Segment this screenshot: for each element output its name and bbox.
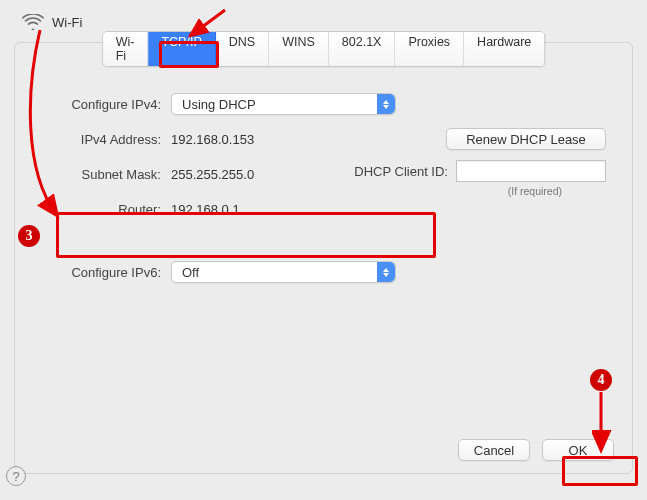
tab-8021x[interactable]: 802.1X xyxy=(329,32,396,66)
select-configure-ipv4-value: Using DHCP xyxy=(182,97,256,112)
label-subnet-mask: Subnet Mask: xyxy=(41,167,161,182)
wifi-icon xyxy=(22,14,44,30)
row-configure-ipv6: Configure IPv6: Off xyxy=(41,261,606,283)
select-configure-ipv4[interactable]: Using DHCP xyxy=(171,93,396,115)
renew-dhcp-button[interactable]: Renew DHCP Lease xyxy=(446,128,606,150)
row-dhcp-client-id: DHCP Client ID: xyxy=(354,160,606,182)
select-configure-ipv6-value: Off xyxy=(182,265,199,280)
tcpip-content: Configure IPv4: Using DHCP IPv4 Address:… xyxy=(15,65,632,306)
row-configure-ipv4: Configure IPv4: Using DHCP xyxy=(41,93,606,115)
label-router: Router: xyxy=(41,202,161,217)
tab-bar: Wi-Fi TCP/IP DNS WINS 802.1X Proxies Har… xyxy=(102,31,546,67)
cancel-button[interactable]: Cancel xyxy=(458,439,530,461)
tab-wifi[interactable]: Wi-Fi xyxy=(103,32,149,66)
select-configure-ipv6[interactable]: Off xyxy=(171,261,396,283)
tab-proxies[interactable]: Proxies xyxy=(395,32,464,66)
value-ipv4-address: 192.168.0.153 xyxy=(171,132,254,147)
if-required-hint: (If required) xyxy=(508,185,562,197)
tab-tcpip[interactable]: TCP/IP xyxy=(148,32,215,66)
window-title: Wi-Fi xyxy=(52,15,82,30)
input-dhcp-client-id[interactable] xyxy=(456,160,606,182)
label-configure-ipv6: Configure IPv6: xyxy=(41,265,161,280)
row-router: Router: 192.168.0.1 xyxy=(41,198,606,220)
dhcp-side: Renew DHCP Lease xyxy=(431,128,606,150)
tab-dns[interactable]: DNS xyxy=(216,32,269,66)
label-configure-ipv4: Configure IPv4: xyxy=(41,97,161,112)
value-router: 192.168.0.1 xyxy=(171,202,240,217)
tab-hardware[interactable]: Hardware xyxy=(464,32,544,66)
help-icon: ? xyxy=(12,469,19,484)
network-advanced-window: Wi-Fi Wi-Fi TCP/IP DNS WINS 802.1X Proxi… xyxy=(0,0,647,500)
label-dhcp-client-id: DHCP Client ID: xyxy=(354,164,448,179)
tab-wins[interactable]: WINS xyxy=(269,32,329,66)
help-button[interactable]: ? xyxy=(6,466,26,486)
updown-icon xyxy=(377,262,395,282)
updown-icon xyxy=(377,94,395,114)
ok-button[interactable]: OK xyxy=(542,439,614,461)
value-subnet-mask: 255.255.255.0 xyxy=(171,167,254,182)
settings-panel: Wi-Fi TCP/IP DNS WINS 802.1X Proxies Har… xyxy=(14,42,633,474)
dialog-footer: Cancel OK xyxy=(458,439,614,461)
label-ipv4-address: IPv4 Address: xyxy=(41,132,161,147)
